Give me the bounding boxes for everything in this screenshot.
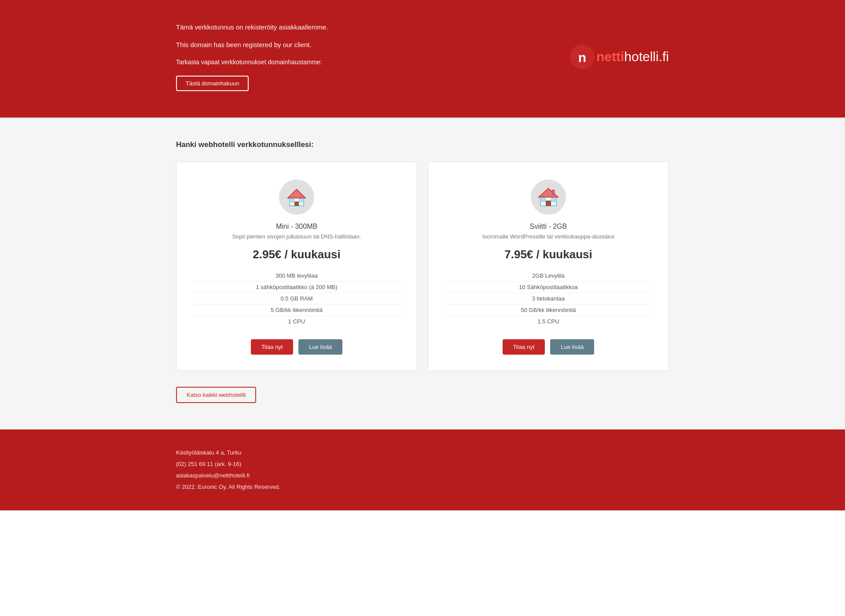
svg-marker-8	[539, 188, 558, 197]
feature-mini-0: 300 MB levytilaa	[192, 270, 401, 282]
card-mini-buttons: Tilaa nyt Lue lisää	[251, 339, 343, 355]
card-sviitti-icon-circle	[531, 180, 566, 215]
card-mini-order-button[interactable]: Tilaa nyt	[251, 339, 294, 355]
card-sviitti-order-button[interactable]: Tilaa nyt	[503, 339, 545, 355]
feature-mini-1: 1 sähköpostilaatikko (à 200 MB)	[192, 282, 401, 293]
hero-line2: This domain has been registered by our c…	[176, 40, 328, 50]
card-sviitti-name: Sviitti - 2GB	[530, 223, 567, 231]
svg-rect-11	[551, 198, 555, 202]
card-mini-features: 300 MB levytilaa 1 sähköpostilaatikko (à…	[192, 270, 401, 327]
svg-rect-6	[299, 199, 302, 202]
main-section: Hanki webhotelli verkkotunnukselllesi:	[0, 118, 845, 429]
svg-marker-3	[288, 189, 305, 198]
card-sviitti-buttons: Tilaa nyt Lue lisää	[503, 339, 595, 355]
hero-domain-search-label: Tarkasta vapaat verkkotunnukset domainha…	[176, 57, 328, 67]
section-title: Hanki webhotelli verkkotunnukselllesi:	[176, 140, 669, 149]
feature-mini-4: 1 CPU	[192, 316, 401, 327]
domain-search-button[interactable]: Tästä domainhakuun	[176, 76, 249, 91]
footer-copyright: © 2022. Euronic Oy. All Rights Reserved.	[176, 481, 669, 493]
logo-hotelli: hotelli.fi	[624, 49, 669, 64]
cards-row: Mini - 300MB Sopii pienten sivujen julka…	[176, 161, 669, 371]
card-mini-more-button[interactable]: Lue lisää	[298, 339, 342, 355]
logo-icon: n	[569, 44, 595, 70]
logo: n nettihotelli.fi	[569, 44, 669, 70]
footer-address: Käsityöläiskatu 4 a, Turku	[176, 447, 669, 458]
card-sviitti-more-button[interactable]: Lue lisää	[550, 339, 594, 355]
feature-mini-2: 0.5 GB RAM	[192, 293, 401, 304]
feature-sviitti-0: 2GB Levytila	[444, 270, 653, 282]
svg-rect-4	[294, 202, 299, 206]
hero-section: Tämä verkkotunnus on rekisteröity asiakk…	[0, 0, 845, 117]
card-sviitti-price: 7.95€ / kuukausi	[504, 248, 592, 261]
card-mini-name: Mini - 300MB	[276, 223, 317, 231]
footer-email[interactable]: asiakaspalvelu@nettihotelli.fi	[176, 472, 250, 479]
card-sviitti-features: 2GB Levytila 10 Sähköpostilaatikkoa 3 ti…	[444, 270, 653, 327]
feature-sviitti-2: 3 tietokantaa	[444, 293, 653, 304]
card-sviitti-tagline: Isommalle WordPressille tai verkkokauppa…	[482, 233, 614, 240]
hero-line1: Tämä verkkotunnus on rekisteröity asiakk…	[176, 22, 328, 33]
footer: Käsityöläiskatu 4 a, Turku (02) 251 69 1…	[0, 429, 845, 510]
svg-rect-9	[546, 201, 551, 206]
svg-text:n: n	[578, 50, 586, 65]
feature-sviitti-3: 50 GB/kk liikennöintiä	[444, 304, 653, 316]
house-icon-mini	[285, 186, 308, 209]
svg-rect-12	[552, 190, 555, 194]
house-icon-sviitti	[537, 186, 560, 209]
svg-rect-10	[542, 198, 545, 202]
hero-text-block: Tämä verkkotunnus on rekisteröity asiakk…	[176, 22, 328, 91]
card-mini: Mini - 300MB Sopii pienten sivujen julka…	[176, 161, 417, 371]
card-mini-icon-circle	[279, 180, 314, 215]
card-sviitti: Sviitti - 2GB Isommalle WordPressille ta…	[428, 161, 669, 371]
feature-mini-3: 5 GB/kk liikennöintiä	[192, 304, 401, 316]
card-mini-price: 2.95€ / kuukausi	[253, 248, 340, 261]
logo-netti: netti	[596, 49, 624, 64]
see-all-button[interactable]: Katso kaikki webhotellit	[176, 387, 256, 403]
feature-sviitti-1: 10 Sähköpostilaatikkoa	[444, 282, 653, 293]
footer-phone: (02) 251 69 11 (ark. 9-16)	[176, 458, 669, 470]
feature-sviitti-4: 1.5 CPU	[444, 316, 653, 327]
card-mini-tagline: Sopii pienten sivujen julkaisuun tai DNS…	[232, 233, 361, 240]
svg-rect-5	[291, 199, 294, 202]
